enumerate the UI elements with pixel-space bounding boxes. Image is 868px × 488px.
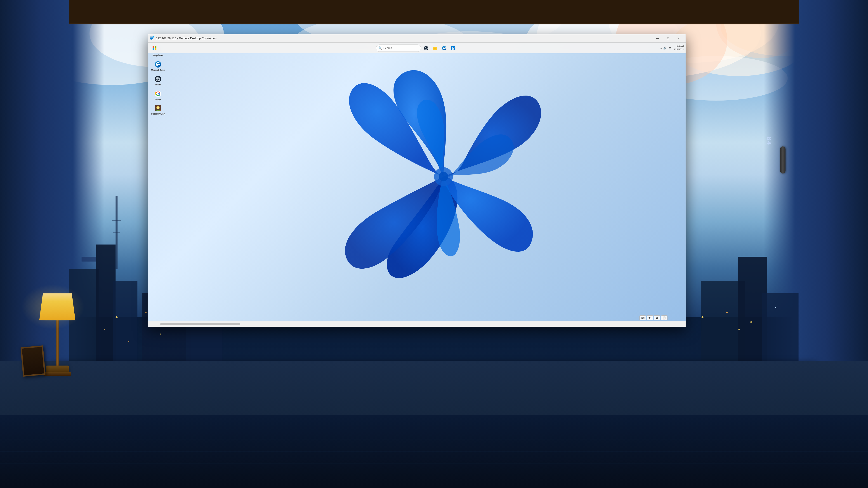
win11-wallpaper xyxy=(255,52,632,302)
rdp-close-button[interactable]: ✕ xyxy=(673,34,684,42)
stardew-label: Stardew Valley xyxy=(151,113,164,115)
svg-text:🌱🌾🌻: 🌱🌾🌻 xyxy=(156,109,161,111)
window-number: 84 xyxy=(765,137,773,145)
svg-rect-61 xyxy=(433,47,437,50)
svg-point-27 xyxy=(145,312,147,313)
rdp-content: 🗑️ Recycle Bin xyxy=(148,42,686,321)
svg-rect-56 xyxy=(153,46,154,48)
win11-desktop[interactable]: 🗑️ Recycle Bin xyxy=(148,42,686,321)
rdp-window: ⇄ 192.168.29.116 - Remote Desktop Connec… xyxy=(148,34,686,327)
rdp-clipboard-icon[interactable]: 📋 xyxy=(661,315,668,320)
edge-label: Microsoft Edge xyxy=(151,69,165,71)
svg-rect-40 xyxy=(150,37,153,38)
steam-icon xyxy=(154,75,162,83)
google-icon xyxy=(154,90,162,98)
rdp-minimize-button[interactable]: — xyxy=(653,34,663,42)
svg-point-26 xyxy=(116,316,118,318)
start-button[interactable] xyxy=(150,43,160,53)
taskbar-time[interactable]: 1:09 AM 8/17/2022 xyxy=(674,45,684,51)
taskbar-search-bar[interactable]: 🔍 Search xyxy=(376,44,421,52)
steam-label: Steam xyxy=(155,84,161,86)
svg-point-50 xyxy=(157,79,158,80)
svg-rect-20 xyxy=(113,232,120,233)
rdp-title-icon: ⇄ xyxy=(150,36,154,41)
svg-rect-57 xyxy=(155,46,156,48)
svg-point-35 xyxy=(726,312,727,313)
desktop-icon-google[interactable]: Google xyxy=(149,88,167,102)
window-frame-top xyxy=(69,0,799,24)
rdp-title-text: 192.168.29.116 - Remote Desktop Connecti… xyxy=(156,37,653,40)
show-desktop-button[interactable] xyxy=(684,43,686,53)
search-placeholder: Search xyxy=(383,46,392,50)
svg-rect-66 xyxy=(452,48,454,50)
taskbar-right: ∧ 🔊 1:09 AM xyxy=(660,45,684,51)
tray-icon-volume[interactable]: 🔊 xyxy=(662,46,667,51)
svg-rect-58 xyxy=(153,48,154,50)
tray-chevron[interactable]: ∧ xyxy=(660,47,662,49)
win11-taskbar: 🔍 Search xyxy=(148,42,686,53)
stardew-icon: 🌱🌾🌻 xyxy=(154,104,162,112)
rdp-maximize-button[interactable]: □ xyxy=(663,34,673,42)
tray-icon-network[interactable] xyxy=(668,46,672,51)
rdp-settings-icon[interactable]: ⚙ xyxy=(654,315,660,320)
svg-point-69 xyxy=(670,48,671,50)
svg-point-38 xyxy=(739,329,740,330)
taskbar-center: 🔍 Search xyxy=(376,44,457,52)
svg-point-36 xyxy=(750,321,752,323)
picture-frame xyxy=(21,346,46,377)
taskbar-edge[interactable] xyxy=(440,44,448,52)
water-reflection xyxy=(0,415,868,488)
svg-rect-19 xyxy=(112,220,121,221)
rdp-eye-icon[interactable]: 👁 xyxy=(647,315,653,320)
rdp-keyboard-icon[interactable]: ⌨ xyxy=(640,315,646,320)
window-handle xyxy=(780,147,785,173)
svg-rect-41 xyxy=(151,39,152,39)
taskbar-steam[interactable] xyxy=(422,44,430,52)
google-label: Google xyxy=(155,98,161,101)
svg-point-33 xyxy=(128,341,129,342)
svg-point-46 xyxy=(439,172,448,182)
svg-point-67 xyxy=(452,50,453,50)
rdp-scrollbar-horizontal[interactable] xyxy=(150,323,684,325)
desktop-icon-edge[interactable]: Microsoft Edge xyxy=(149,59,167,73)
edge-icon xyxy=(154,60,162,68)
svg-point-34 xyxy=(702,316,704,318)
svg-point-32 xyxy=(160,333,161,335)
recycle-bin-label: Recycle Bin xyxy=(153,54,163,57)
taskbar-file-explorer[interactable] xyxy=(431,44,439,52)
svg-point-37 xyxy=(775,307,776,308)
search-icon: 🔍 xyxy=(378,46,382,50)
svg-point-31 xyxy=(104,329,105,330)
rdp-titlebar: ⇄ 192.168.29.116 - Remote Desktop Connec… xyxy=(148,34,686,42)
rdp-scrollbar-thumb[interactable] xyxy=(160,323,240,325)
svg-point-68 xyxy=(454,50,454,50)
svg-rect-59 xyxy=(155,48,156,50)
desktop-icon-steam[interactable]: Steam xyxy=(149,74,167,88)
svg-rect-17 xyxy=(82,257,96,262)
system-tray: ∧ 🔊 xyxy=(660,46,672,51)
svg-rect-63 xyxy=(434,48,436,49)
taskbar-left xyxy=(150,43,160,53)
taskbar-store[interactable] xyxy=(449,44,457,52)
rdp-window-controls: — □ ✕ xyxy=(653,34,684,42)
rdp-toolbar-bottom xyxy=(148,321,686,327)
svg-point-49 xyxy=(158,77,160,79)
rdp-toolbar-icons: ⌨ 👁 ⚙ 📋 xyxy=(640,315,668,320)
desktop-icons-area: 🗑️ Recycle Bin xyxy=(148,42,168,312)
desktop-icon-stardew[interactable]: 🌱🌾🌻 Stardew Valley xyxy=(149,103,167,117)
svg-rect-18 xyxy=(116,196,118,269)
desktop-background: 84 ⇄ 192.168.29.116 - Remote Desktop Con… xyxy=(0,0,868,488)
svg-rect-62 xyxy=(434,48,437,48)
